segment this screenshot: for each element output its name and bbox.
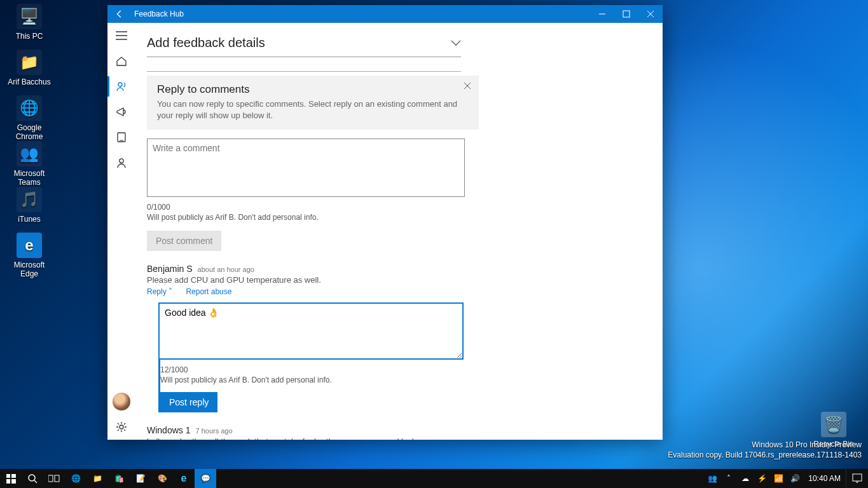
svg-point-6 [120,425,123,429]
windows-watermark: Windows 10 Pro Insider Preview Evaluatio… [668,440,862,460]
post-reply-button[interactable]: Post reply [160,392,217,412]
taskbar-app-paint[interactable]: 🎨 [151,469,173,488]
comment-item: Benjamin S about an hour ago Please add … [147,264,458,412]
comment-counter: 0/1000 [147,203,645,212]
tray-onedrive[interactable]: ☁ [737,469,754,488]
chrome-icon: 🌐 [17,95,42,121]
paint-icon: 🎨 [158,474,167,483]
svg-rect-15 [853,474,862,481]
close-button[interactable] [638,5,663,23]
svg-rect-8 [11,474,16,478]
desktop-icon-this-pc[interactable]: 🖥️This PC [4,4,55,41]
close-icon [464,82,471,90]
comment-item: Windows 1 7 hours ago hello my brother. … [147,425,458,440]
wifi-icon: 📶 [774,474,783,483]
comment-author: Benjamin S [147,264,193,274]
windows-icon [6,474,16,484]
watermark-line1: Windows 10 Pro Insider Preview [668,440,862,450]
tray-power[interactable]: ⚡ [754,469,770,488]
nav-settings[interactable] [107,414,135,440]
tray-volume[interactable]: 🔊 [787,469,803,488]
svg-rect-9 [6,479,10,484]
desktop-icon-user-folder[interactable]: 📁Arif Bacchus [4,50,55,86]
window-title: Feedback Hub [132,10,184,18]
back-button[interactable] [107,5,132,23]
watermark-line2: Evaluation copy. Build 17046.rs_prerelea… [668,450,862,460]
comment-hint: Will post publicly as Arif B. Don't add … [147,213,645,222]
taskbar-app-notes[interactable]: 📝 [130,469,151,488]
reply-input[interactable] [158,302,464,360]
nav-announcements[interactable] [107,99,135,125]
taskbar-app-chrome[interactable]: 🌐 [65,469,86,488]
info-title: Reply to comments [157,83,469,96]
itunes-icon: 🎵 [17,187,42,212]
reply-link[interactable]: Reply ˄ [147,287,172,296]
store-icon: 🛍️ [114,474,124,483]
info-body: You can now reply to specific comments. … [157,98,469,121]
minimize-button[interactable] [590,5,614,23]
reply-block: 12/1000 Will post publicly as Arif B. Do… [158,302,458,412]
svg-rect-7 [6,474,10,478]
divider [147,71,461,72]
tray-people[interactable]: 👥 [704,469,720,488]
page-header[interactable]: Add feedback details [147,32,461,57]
svg-rect-1 [623,11,630,17]
comment-author: Windows 1 [147,425,190,435]
svg-point-11 [29,475,35,481]
page-title: Add feedback details [147,36,451,50]
avatar-icon [113,393,130,410]
taskbar-app-edge[interactable]: e [173,469,195,488]
nav-home[interactable] [107,48,135,74]
edge-icon: e [17,233,42,258]
task-view-button[interactable] [43,469,65,488]
tray-clock[interactable]: 10:40 AM [803,474,846,483]
desktop-icon-chrome[interactable]: 🌐Google Chrome [4,95,55,141]
desktop-icon-label: Google Chrome [4,123,55,141]
gear-icon [116,421,127,433]
report-abuse-link[interactable]: Report abuse [186,287,231,296]
desktop-icon-label: This PC [4,32,55,41]
notes-icon: 📝 [136,474,146,483]
people-icon: 👥 [708,474,717,483]
info-close-button[interactable] [461,79,474,92]
maximize-button[interactable] [614,5,638,23]
notification-icon [852,473,862,484]
taskbar: 🌐 📁 🛍️ 📝 🎨 e 💬 👥 ˄ ☁ ⚡ 📶 🔊 10:40 AM [0,469,868,488]
taskbar-app-feedback-hub[interactable]: 💬 [195,469,216,488]
feedback-icon: 💬 [201,474,210,483]
user-avatar[interactable] [107,389,135,414]
comment-input[interactable] [147,139,465,197]
nav-profile[interactable] [107,150,135,175]
device-icon [116,132,127,143]
post-comment-button[interactable]: Post comment [147,231,221,251]
desktop-icon-edge[interactable]: eMicrosoft Edge [4,233,55,278]
nav-quests[interactable] [107,125,135,150]
tray-wifi[interactable]: 📶 [770,469,787,488]
folder-icon: 📁 [17,50,42,75]
action-center-button[interactable] [846,469,868,488]
chrome-icon: 🌐 [71,474,81,483]
tray-show-hidden[interactable]: ˄ [720,469,737,488]
hamburger-button[interactable] [107,23,135,48]
start-button[interactable] [0,469,22,488]
desktop: 🖥️This PC 📁Arif Bacchus 🌐Google Chrome 👥… [0,0,868,488]
sidebar [107,23,135,440]
desktop-icon-label: Arif Bacchus [4,78,55,86]
svg-rect-10 [11,479,16,484]
nav-feedback[interactable] [107,74,135,99]
reply-counter: 12/1000 [160,365,458,374]
taskbar-app-explorer[interactable]: 📁 [86,469,108,488]
titlebar[interactable]: Feedback Hub [107,5,663,23]
recycle-icon: 🗑️ [821,412,846,437]
svg-rect-14 [55,475,59,482]
desktop-icon-teams[interactable]: 👥Microsoft Teams [4,141,55,187]
chevron-up-icon: ˄ [727,474,731,483]
comment-body: hello my brother. all the work that me t… [147,437,458,440]
task-view-icon [48,474,60,483]
desktop-icon-label: iTunes [4,215,55,224]
taskbar-app-store[interactable]: 🛍️ [108,469,130,488]
search-button[interactable] [22,469,43,488]
speaker-icon: 🔊 [790,474,800,483]
content-area: Add feedback details Reply to comments Y… [135,23,663,440]
desktop-icon-itunes[interactable]: 🎵iTunes [4,187,55,224]
